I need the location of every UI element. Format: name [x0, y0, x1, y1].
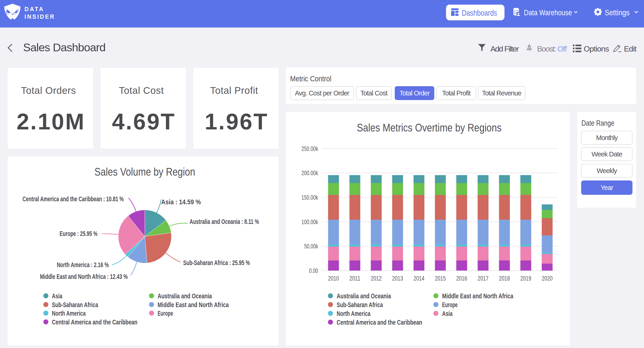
svg-text:Sub-Saharan Africa : 25.95 %: Sub-Saharan Africa : 25.95 % — [183, 259, 250, 266]
svg-text:Europe : 25.95 %: Europe : 25.95 % — [60, 230, 98, 237]
svg-text:Central America and the Caribb: Central America and the Caribbean — [337, 319, 422, 326]
svg-text:Asia: Asia — [52, 292, 62, 300]
svg-text:2011: 2011 — [350, 275, 360, 282]
svg-text:2012: 2012 — [371, 275, 382, 282]
svg-text:150.00k: 150.00k — [302, 194, 318, 201]
svg-text:0.00: 0.00 — [309, 267, 318, 274]
svg-text:200.00k: 200.00k — [302, 169, 318, 177]
svg-text:Middle East and North Africa: Middle East and North Africa — [158, 301, 229, 308]
svg-text:North America: North America — [52, 310, 86, 317]
svg-text:Australia and Oceania: Australia and Oceania — [158, 292, 212, 300]
svg-text:Sales Metrics Overtime by Regi: Sales Metrics Overtime by Regions — [357, 122, 502, 134]
svg-text:2017: 2017 — [478, 275, 488, 282]
svg-text:250.00k: 250.00k — [302, 145, 318, 152]
svg-text:Sub-Saharan Africa: Sub-Saharan Africa — [337, 301, 383, 308]
svg-text:Middle East and North Africa: Middle East and North Africa — [442, 292, 514, 300]
svg-text:2013: 2013 — [392, 275, 403, 282]
svg-text:Europe: Europe — [158, 310, 173, 317]
svg-text:100.00k: 100.00k — [302, 218, 318, 225]
svg-text:2018: 2018 — [499, 275, 510, 282]
svg-text:Central America and the Caribb: Central America and the Caribbean — [52, 318, 138, 326]
svg-text:Central America and the Caribb: Central America and the Caribbean : 10.8… — [23, 195, 124, 203]
svg-text:2019: 2019 — [520, 275, 531, 282]
svg-text:50.00k: 50.00k — [304, 243, 318, 250]
svg-text:Sub-Saharan Africa: Sub-Saharan Africa — [52, 301, 98, 308]
svg-text:Asia : 14.59 %: Asia : 14.59 % — [161, 198, 201, 206]
svg-text:2014: 2014 — [414, 275, 424, 282]
svg-text:Australia and Oceania : 8.11 %: Australia and Oceania : 8.11 % — [190, 218, 259, 225]
svg-text:North America: North America — [337, 310, 371, 317]
svg-text:2016: 2016 — [456, 275, 467, 282]
svg-text:Europe: Europe — [442, 301, 458, 308]
svg-text:North America : 2.16 %: North America : 2.16 % — [57, 261, 109, 268]
svg-text:2020: 2020 — [542, 275, 552, 282]
svg-text:2015: 2015 — [435, 275, 446, 282]
svg-text:Asia: Asia — [442, 310, 453, 317]
svg-text:2010: 2010 — [328, 275, 339, 282]
svg-text:Australia and Oceania: Australia and Oceania — [337, 292, 391, 300]
svg-text:Sales Volume by Region: Sales Volume by Region — [94, 166, 195, 178]
svg-text:Middle East and North Africa :: Middle East and North Africa : 12.43 % — [40, 273, 128, 280]
